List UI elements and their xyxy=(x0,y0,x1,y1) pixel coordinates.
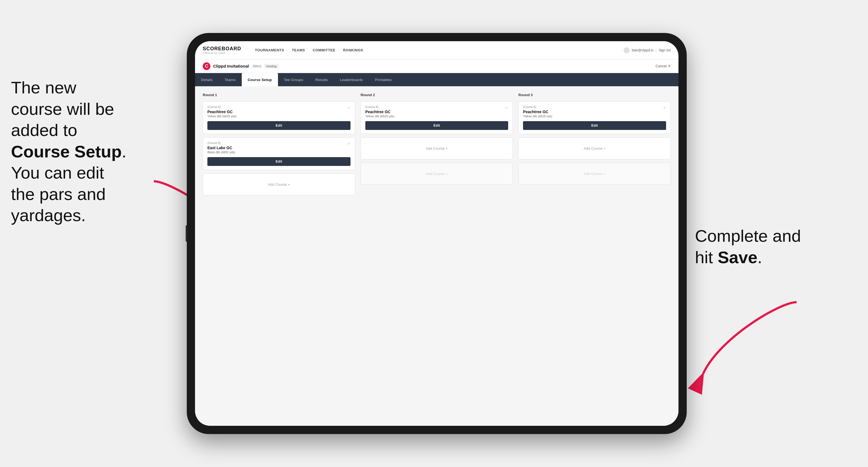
clippd-logo: C xyxy=(203,62,210,70)
annotation-line2: course will be xyxy=(11,99,114,118)
round-1-label: Round 1 xyxy=(203,93,355,97)
round-3-label: Round 3 xyxy=(518,93,671,97)
top-navigation: SCOREBOARD Powered by clippd TOURNAMENTS… xyxy=(195,41,679,59)
round1-course-b-delete-icon[interactable]: × xyxy=(346,141,351,147)
round-1-column: Round 1 × (Course A) Peachtree GC Yellow… xyxy=(203,93,355,195)
round1-add-course-card[interactable]: Add Course + xyxy=(203,173,355,195)
annotation-line7: yardages. xyxy=(11,206,86,225)
round3-add-course-card[interactable]: Add Course + xyxy=(518,137,671,159)
nav-tournaments[interactable]: TOURNAMENTS xyxy=(255,48,284,52)
round3-add-course-text-disabled: Add Course + xyxy=(584,172,606,176)
round2-course-a-details: Yellow (M) (6629 yds) xyxy=(365,115,508,118)
tab-teams[interactable]: Teams xyxy=(219,73,242,86)
round1-course-a-name: Peachtree GC xyxy=(207,110,350,114)
round1-course-a-tag: (Course A) xyxy=(207,105,350,108)
nav-committee[interactable]: COMMITTEE xyxy=(313,48,335,52)
right-annotation-line2-bold: Save xyxy=(718,248,757,267)
round1-add-course-text: Add Course + xyxy=(268,182,290,187)
logo-scoreboard: SCOREBOARD xyxy=(203,46,241,52)
tab-printables[interactable]: Printables xyxy=(369,73,398,86)
logo-area: SCOREBOARD Powered by clippd xyxy=(203,46,241,54)
annotation-line1: The new xyxy=(11,78,76,97)
round3-course-a-edit-button[interactable]: Edit xyxy=(523,121,666,130)
annotation-line5: You can edit xyxy=(11,163,104,182)
user-email: blair@clippd.io xyxy=(632,48,653,52)
left-annotation: The new course will be added to Course S… xyxy=(11,77,165,226)
tab-leaderboards[interactable]: Leaderboards xyxy=(334,73,369,86)
round2-add-course-text: Add Course + xyxy=(426,147,448,151)
round2-add-course-text-disabled: Add Course + xyxy=(426,172,448,176)
round3-course-a-delete-icon[interactable]: × xyxy=(662,105,667,111)
round1-course-b-edit-button[interactable]: Edit xyxy=(207,157,350,166)
round2-course-a-card: × (Course A) Peachtree GC Yellow (M) (66… xyxy=(361,101,513,134)
sub-header: C Clippd Invitational (Men) Hosting Canc… xyxy=(195,59,679,73)
round2-course-a-tag: (Course A) xyxy=(365,105,508,108)
cancel-icon: ✕ xyxy=(668,64,671,68)
round-2-label: Round 2 xyxy=(361,93,513,97)
main-content: Round 1 × (Course A) Peachtree GC Yellow… xyxy=(195,86,679,426)
right-annotation: Complete and hit Save. xyxy=(695,225,827,268)
tablet-side-button xyxy=(186,225,187,242)
round-2-column: Round 2 × (Course A) Peachtree GC Yellow… xyxy=(361,93,513,195)
round2-course-a-name: Peachtree GC xyxy=(365,110,508,114)
tablet: SCOREBOARD Powered by clippd TOURNAMENTS… xyxy=(187,33,687,434)
cancel-label: Cancel xyxy=(656,64,666,68)
sign-out-link[interactable]: Sign out xyxy=(659,48,671,52)
tournament-name: Clippd Invitational xyxy=(213,64,249,68)
round3-course-a-details: Yellow (M) (6629 yds) xyxy=(523,115,666,118)
nav-user: blair@clippd.io | Sign out xyxy=(623,47,671,53)
round1-course-a-card: × (Course A) Peachtree GC Yellow (M) (66… xyxy=(203,101,355,134)
round1-course-a-details: Yellow (M) (6629 yds) xyxy=(207,115,350,118)
right-annotation-line2-pre: hit xyxy=(695,248,718,267)
round1-course-a-edit-button[interactable]: Edit xyxy=(207,121,350,130)
tab-results[interactable]: Results xyxy=(309,73,334,86)
nav-links: TOURNAMENTS TEAMS COMMITTEE RANKINGS xyxy=(255,48,613,52)
round2-course-a-edit-button[interactable]: Edit xyxy=(365,121,508,130)
hosting-badge: Hosting xyxy=(264,64,279,68)
logo-sub: Powered by clippd xyxy=(203,52,241,54)
annotation-line4-bold: Course Setup xyxy=(11,142,122,161)
tablet-screen: SCOREBOARD Powered by clippd TOURNAMENTS… xyxy=(195,41,679,426)
round3-add-course-card-disabled: Add Course + xyxy=(518,163,671,185)
round2-add-course-card[interactable]: Add Course + xyxy=(361,137,513,159)
annotation-line4-rest: . xyxy=(122,142,126,161)
tab-bar: Details Teams Course Setup Tee Groups Re… xyxy=(195,73,679,86)
tab-details[interactable]: Details xyxy=(195,73,219,86)
round-3-column: Round 3 × (Course A) Peachtree GC Yellow… xyxy=(518,93,671,195)
round3-add-course-text: Add Course + xyxy=(584,147,606,151)
annotation-line6: the pars and xyxy=(11,185,106,204)
tab-course-setup[interactable]: Course Setup xyxy=(242,73,278,86)
right-arrow xyxy=(698,297,802,379)
round3-course-a-card: × (Course A) Peachtree GC Yellow (M) (66… xyxy=(518,101,671,134)
nav-rankings[interactable]: RANKINGS xyxy=(343,48,363,52)
round1-course-b-name: East Lake GC xyxy=(207,146,350,150)
right-annotation-line2-rest: . xyxy=(757,248,762,267)
round1-course-b-card: × (Course B) East Lake GC Black (M) (689… xyxy=(203,137,355,170)
round2-add-course-card-disabled: Add Course + xyxy=(361,163,513,185)
round2-course-a-delete-icon[interactable]: × xyxy=(504,105,509,111)
tournament-info: C Clippd Invitational (Men) Hosting xyxy=(203,62,279,70)
annotation-line3: added to xyxy=(11,121,77,139)
round1-course-b-details: Black (M) (6891 yds) xyxy=(207,151,350,154)
right-annotation-line1: Complete and xyxy=(695,226,801,245)
tab-tee-groups[interactable]: Tee Groups xyxy=(278,73,309,86)
tournament-gender: (Men) xyxy=(253,64,261,68)
cancel-button[interactable]: Cancel ✕ xyxy=(656,64,671,68)
rounds-grid: Round 1 × (Course A) Peachtree GC Yellow… xyxy=(203,93,671,195)
round1-course-a-delete-icon[interactable]: × xyxy=(346,105,351,111)
user-avatar xyxy=(623,47,629,53)
round3-course-a-tag: (Course A) xyxy=(523,105,666,108)
round1-course-b-tag: (Course B) xyxy=(207,142,350,145)
round3-course-a-name: Peachtree GC xyxy=(523,110,666,114)
nav-teams[interactable]: TEAMS xyxy=(292,48,305,52)
